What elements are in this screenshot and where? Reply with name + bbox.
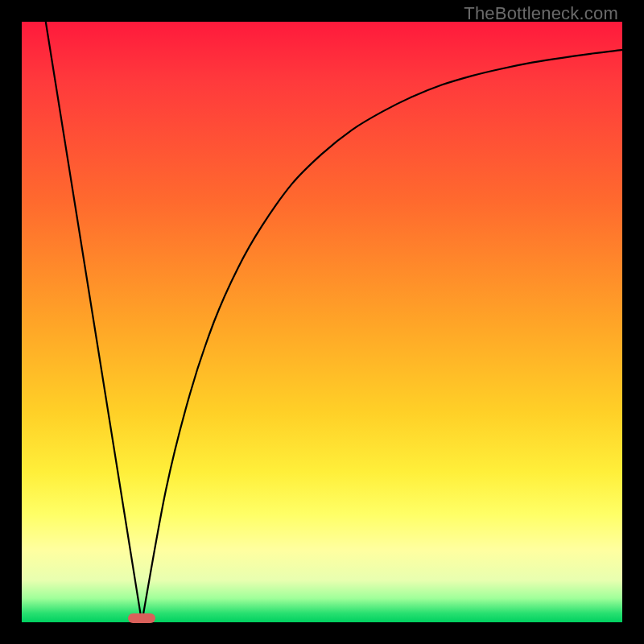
chart-frame: TheBottleneck.com bbox=[0, 0, 644, 644]
bottleneck-curve bbox=[22, 22, 622, 622]
curve-right-branch bbox=[142, 50, 622, 622]
minimum-marker bbox=[128, 613, 155, 623]
watermark-text: TheBottleneck.com bbox=[464, 3, 618, 24]
plot-area bbox=[22, 22, 622, 622]
curve-left-branch bbox=[46, 22, 142, 622]
